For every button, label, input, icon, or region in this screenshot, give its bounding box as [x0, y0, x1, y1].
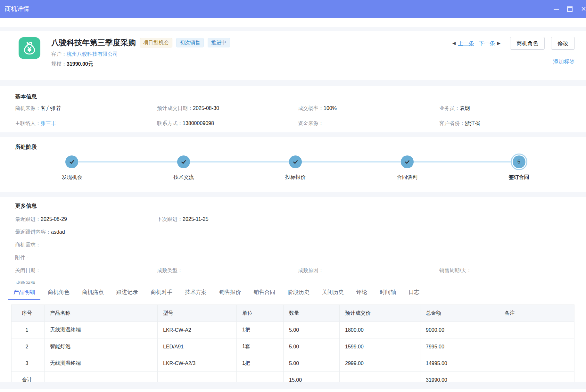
maximize-icon[interactable] [567, 6, 573, 12]
tab-timeline[interactable]: 时间轴 [375, 287, 401, 300]
check-icon [180, 158, 187, 165]
tag-status: 推进中 [208, 38, 230, 47]
field-sales-cycle: 销售周期/天： [439, 267, 571, 274]
scale-row: 规模：31990.00元 [51, 61, 230, 68]
header-actions: ◀ 上一条 下一条 ▶ 商机角色 修改 添加标签 [452, 37, 575, 65]
field-result-type: 成败类型： [157, 267, 298, 274]
section-divider [0, 192, 586, 197]
add-tag-link[interactable]: 添加标签 [553, 59, 575, 65]
stage-step-5-dot[interactable]: 5 [513, 155, 525, 168]
tab-pain-points[interactable]: 商机痛点 [77, 287, 109, 300]
field-result-note-clipped: 成败说明 [15, 279, 571, 284]
tab-opportunity-role[interactable]: 商机角色 [43, 287, 75, 300]
more-info-card: 更多信息 最近跟进：2025-08-29 下次跟进：2025-11-25 最近跟… [0, 197, 586, 382]
field-demand: 商机需求： [15, 241, 571, 248]
section-divider [0, 382, 586, 389]
table-header-row: 序号 产品名称 型号 单位 数量 预计成交价 总金额 备注 [12, 305, 574, 322]
tab-stage-history[interactable]: 阶段历史 [283, 287, 315, 300]
tab-close-history[interactable]: 关闭历史 [317, 287, 349, 300]
stage-step-5-label: 签订合同 [509, 174, 529, 181]
section-divider [0, 80, 586, 86]
stage-heading: 所处阶段 [0, 137, 586, 151]
stage-stepper: 发现机会 技术交流 投标报价 合同谈判 5 签订合同 [16, 155, 575, 181]
tab-sales-contract[interactable]: 销售合同 [248, 287, 280, 300]
scale-value: 31990.00元 [67, 61, 93, 67]
field-next-follow: 下次跟进：2025-11-25 [157, 215, 298, 223]
col-product-name: 产品名称 [45, 305, 158, 322]
col-quantity: 数量 [284, 305, 340, 322]
window-title: 商机详情 [5, 5, 29, 13]
close-icon[interactable]: ✕ [581, 6, 586, 12]
col-expected-price: 预计成交价 [340, 305, 420, 322]
product-table: 序号 产品名称 型号 单位 数量 预计成交价 总金额 备注 1 无线测温终端 L… [11, 304, 574, 382]
col-model: 型号 [158, 305, 237, 322]
field-main-contact: 主联络人：张三丰 [15, 120, 157, 127]
table-row: 2 智能灯泡 LED/A91 1套 5.00 1599.00 7995.00 [12, 338, 574, 355]
money-bag-icon [19, 37, 40, 59]
check-icon [404, 158, 411, 165]
stage-step-5: 5 签订合同 [463, 155, 575, 181]
customer-link[interactable]: 杭州八骏科技有限公司 [67, 51, 118, 57]
field-customer-province: 客户省份：浙江省 [439, 120, 571, 127]
field-probability: 成交概率：100% [298, 105, 439, 112]
bottom-spacer [0, 389, 586, 392]
minimize-icon[interactable] [554, 9, 559, 10]
opportunity-detail-window: 商机详情 ✕ 八骏科技年第三季度采购 项目型机会 初次销售 推进中 [0, 0, 586, 392]
stage-step-3-dot[interactable] [289, 155, 302, 168]
check-icon [68, 158, 75, 165]
more-info-heading: 更多信息 [15, 197, 571, 210]
next-arrow-icon[interactable]: ▶ [497, 37, 500, 50]
tab-product-detail[interactable]: 产品明细 [8, 287, 40, 300]
opportunity-role-button[interactable]: 商机角色 [510, 37, 545, 50]
col-index: 序号 [12, 305, 45, 322]
stage-step-2: 技术交流 [128, 155, 240, 181]
col-remark: 备注 [499, 305, 574, 322]
top-spacer [0, 18, 586, 27]
tag-sale-type: 初次销售 [176, 38, 204, 47]
basic-info-card: 基本信息 商机来源：客户推荐 预计成交日期：2025-08-30 成交概率：10… [0, 86, 586, 132]
customer-label: 客户： [51, 51, 67, 57]
table-row: 3 无线测温终端 LKR-CW-A2/3 1把 5.00 2999.00 149… [12, 355, 574, 372]
stage-step-4-dot[interactable] [401, 155, 414, 168]
field-phone: 联系方式：13800009098 [157, 120, 298, 127]
field-expected-close-date: 预计成交日期：2025-08-30 [157, 105, 298, 112]
field-result-reason: 成败原因： [298, 267, 439, 274]
table-total-row: 合计 15.00 31990.00 [12, 372, 574, 382]
field-attachment: 附件： [15, 254, 571, 261]
stage-step-4-label: 合同谈判 [397, 174, 417, 181]
tab-logs[interactable]: 日志 [403, 287, 425, 300]
opportunity-header-card: 八骏科技年第三季度采购 项目型机会 初次销售 推进中 客户：杭州八骏科技有限公司… [0, 31, 586, 80]
prev-record-link[interactable]: 上一条 [458, 40, 474, 47]
tab-technical-plan[interactable]: 技术方案 [180, 287, 212, 300]
check-icon [292, 158, 299, 165]
tab-competitors[interactable]: 商机对手 [145, 287, 177, 300]
field-recent-follow: 最近跟进：2025-08-29 [15, 215, 157, 223]
field-salesperson: 业务员：袁朗 [439, 105, 571, 112]
section-divider [0, 132, 586, 137]
field-source: 商机来源：客户推荐 [15, 105, 157, 112]
col-unit: 单位 [237, 305, 284, 322]
field-fund-source: 资金来源： [298, 120, 439, 127]
stage-step-3: 投标报价 [240, 155, 351, 181]
customer-row: 客户：杭州八骏科技有限公司 [51, 51, 230, 58]
main-contact-link[interactable]: 张三丰 [41, 121, 56, 126]
next-record-link[interactable]: 下一条 [479, 40, 495, 47]
stage-step-3-label: 投标报价 [285, 174, 306, 181]
edit-button[interactable]: 修改 [551, 37, 575, 50]
tab-sales-quote[interactable]: 销售报价 [214, 287, 246, 300]
basic-info-heading: 基本信息 [15, 86, 571, 101]
field-recent-content: 最近跟进内容：asdad [15, 228, 571, 236]
stage-step-4: 合同谈判 [351, 155, 463, 181]
stage-step-1-label: 发现机会 [62, 174, 82, 181]
col-total: 总金额 [420, 305, 499, 322]
page-title: 八骏科技年第三季度采购 [51, 38, 136, 48]
window-controls: ✕ [554, 6, 586, 12]
prev-arrow-icon[interactable]: ◀ [452, 37, 456, 50]
tab-comments[interactable]: 评论 [351, 287, 372, 300]
stage-step-1: 发现机会 [16, 155, 128, 181]
section-divider [0, 27, 586, 31]
stage-step-2-dot[interactable] [177, 155, 190, 168]
tab-follow-records[interactable]: 跟进记录 [111, 287, 143, 300]
stage-step-1-dot[interactable] [65, 155, 78, 168]
window-titlebar: 商机详情 ✕ [0, 0, 586, 18]
